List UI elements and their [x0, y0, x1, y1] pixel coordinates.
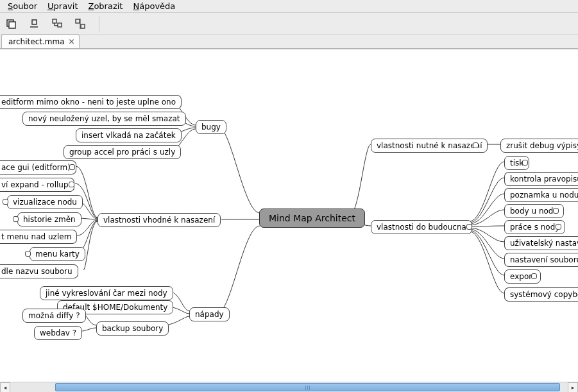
- menu-help[interactable]: Nápověda: [128, 1, 180, 12]
- expand-handle[interactable]: [69, 182, 74, 187]
- expand-handle[interactable]: [553, 208, 559, 214]
- scroll-left-button[interactable]: ◂: [0, 382, 10, 392]
- svg-rect-5: [58, 23, 62, 27]
- menu-file[interactable]: Soubor: [3, 1, 42, 12]
- node-vhodne-child-5[interactable]: menu karty: [30, 247, 85, 261]
- toolbar-btn-3[interactable]: [50, 17, 64, 31]
- scroll-thumb[interactable]: [55, 383, 560, 391]
- svg-rect-2: [32, 20, 37, 24]
- svg-rect-4: [53, 19, 56, 23]
- scroll-track[interactable]: [10, 382, 568, 392]
- horizontal-scrollbar[interactable]: ◂ ▸: [0, 382, 578, 392]
- node-bud-child-2[interactable]: poznamka u nodu: [504, 188, 578, 202]
- toolbar-btn-1[interactable]: [4, 17, 18, 31]
- node-bud-child-6[interactable]: nastavení souboru: [504, 253, 578, 267]
- node-bugy-child-2[interactable]: insert vlkadá na začátek: [76, 128, 182, 142]
- mindmap-canvas[interactable]: Mind Map Architect bugy editform mimo ok…: [0, 49, 578, 382]
- toolbar-btn-4[interactable]: [73, 17, 87, 31]
- node-bud-child-1[interactable]: kontrola pravopisu: [504, 172, 578, 186]
- node-bugy-child-1[interactable]: nový neuložený uzel, by se měl smazat: [22, 112, 186, 126]
- toolbar-separator: [99, 16, 99, 31]
- node-vhodne-child-2[interactable]: vizualizace nodu: [7, 195, 83, 209]
- node-backup[interactable]: backup soubory: [96, 321, 169, 336]
- menu-edit[interactable]: Upravit: [42, 1, 83, 12]
- node-vhodne-child-4[interactable]: t menu nad uzlem: [0, 230, 77, 244]
- node-budoucna[interactable]: vlastnosti do budoucna: [371, 220, 472, 234]
- svg-rect-1: [9, 22, 15, 28]
- tabstrip: architect.mma ✕: [0, 35, 578, 49]
- svg-rect-7: [81, 24, 85, 28]
- node-bud-child-5[interactable]: uživatelský nastave: [504, 236, 578, 250]
- expand-handle[interactable]: [25, 251, 31, 257]
- node-bud-child-8[interactable]: systémový copybor: [504, 287, 578, 302]
- expand-handle[interactable]: [522, 160, 528, 166]
- node-zrusit[interactable]: zrušit debug výpisy: [500, 139, 578, 153]
- expand-handle[interactable]: [556, 224, 561, 230]
- node-backup-child-1[interactable]: webdav ?: [34, 326, 82, 340]
- expand-handle[interactable]: [473, 142, 479, 148]
- expand-handle[interactable]: [69, 164, 75, 170]
- node-backup-child-0[interactable]: možná diffy ?: [22, 309, 86, 323]
- scroll-right-button[interactable]: ▸: [568, 382, 578, 392]
- node-root[interactable]: Mind Map Architect: [259, 209, 365, 228]
- svg-rect-6: [76, 19, 80, 23]
- node-bugy[interactable]: bugy: [196, 120, 226, 134]
- node-nutne[interactable]: vlastnosti nutné k nasazení: [371, 139, 488, 153]
- node-vhodne[interactable]: vlastnosti vhodné k nasazení: [98, 213, 221, 227]
- node-vhodne-child-6[interactable]: dle nazvu souboru: [0, 264, 78, 278]
- expand-handle[interactable]: [531, 273, 537, 279]
- node-napady[interactable]: nápady: [189, 307, 230, 321]
- node-vhodne-child-3[interactable]: historie změn: [17, 212, 81, 226]
- node-vhodne-child-0[interactable]: ace gui (editform): [0, 160, 76, 175]
- expand-handle[interactable]: [3, 199, 8, 205]
- node-bugy-child-3[interactable]: group accel pro práci s uzly: [64, 145, 181, 159]
- node-napady-child-0[interactable]: jiné vykreslování čar mezi nody: [40, 286, 173, 300]
- menubar: Soubor Upravit Zobrazit Nápověda: [0, 0, 578, 13]
- toolbar-btn-2[interactable]: [27, 17, 41, 31]
- menu-view[interactable]: Zobrazit: [83, 1, 128, 12]
- node-bugy-child-0[interactable]: editform mimo okno - neni to jeste uplne…: [0, 95, 182, 109]
- node-vhodne-child-1[interactable]: ví expand - rollup: [0, 178, 74, 192]
- tab-title: architect.mma: [8, 37, 65, 46]
- tab-architect[interactable]: architect.mma ✕: [1, 34, 80, 48]
- close-icon[interactable]: ✕: [69, 37, 75, 46]
- toolbar: [0, 13, 578, 35]
- expand-handle[interactable]: [466, 224, 472, 230]
- expand-handle[interactable]: [13, 216, 19, 222]
